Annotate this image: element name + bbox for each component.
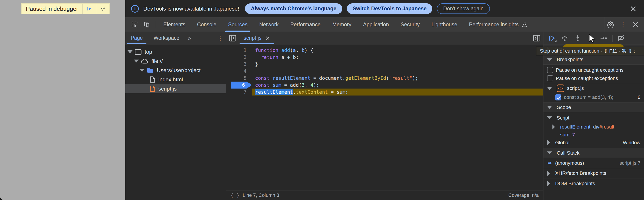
line-number[interactable]: 4 — [226, 68, 252, 75]
dom-breakpoints-section-header[interactable]: DOM Breakpoints — [544, 179, 644, 189]
tree-item-script-js[interactable]: script.js — [125, 84, 226, 93]
tree-item-top[interactable]: top — [125, 47, 226, 56]
scope-global-row[interactable]: Global Window — [544, 138, 644, 148]
navigator-more-button[interactable]: ⋮ — [214, 32, 226, 44]
step-over-button[interactable] — [558, 33, 571, 44]
tab-security[interactable]: Security — [395, 17, 426, 32]
always-match-language-button[interactable]: Always match Chrome's language — [245, 3, 342, 14]
tab-network[interactable]: Network — [253, 17, 284, 32]
resume-button[interactable] — [545, 33, 558, 44]
breakpoint-checkbox[interactable] — [555, 94, 561, 100]
tree-item-file-protocol[interactable]: file:// — [125, 56, 226, 66]
pause-uncaught-checkbox[interactable] — [547, 67, 553, 73]
line-number[interactable]: 7 — [226, 89, 252, 95]
navigator-pane: Page Workspace » ⋮ top file:// — [125, 32, 226, 200]
code-line-7[interactable]: 7resultElement.textContent = sum; — [226, 89, 543, 95]
devtools-window: i DevTools is now available in Japanese!… — [125, 0, 644, 200]
line-number[interactable]: 2 — [226, 54, 252, 61]
inspect-element-button[interactable] — [128, 17, 140, 32]
pause-uncaught-exceptions-row[interactable]: Pause on uncaught exceptions — [544, 66, 644, 74]
scope-result-element-row[interactable]: resultElement: div#result — [544, 123, 644, 131]
xhr-breakpoints-section-header[interactable]: XHR/fetch Breakpoints — [544, 168, 644, 179]
file-tree: top file:// Users/user/project — [125, 44, 226, 93]
line-content: resultElement.textContent = sum; — [252, 89, 348, 95]
scope-section-header[interactable]: Scope — [544, 102, 644, 112]
scope-sum-row[interactable]: sum: 7 — [544, 131, 644, 138]
mouse-cursor — [588, 34, 596, 44]
resume-script-button[interactable] — [82, 3, 96, 14]
switch-to-japanese-button[interactable]: Switch DevTools to Japanese — [347, 3, 432, 14]
breakpoint-badge[interactable]: 6 — [226, 82, 252, 89]
inspected-page: Paused in debugger — [0, 0, 125, 200]
paused-in-debugger-banner: Paused in debugger — [21, 3, 110, 14]
coverage-status: Coverage: n/a — [508, 193, 539, 198]
more-tabs-button[interactable]: » — [185, 32, 194, 44]
infobar-close-button[interactable] — [628, 4, 638, 14]
scope-script-group[interactable]: Script — [544, 113, 644, 123]
code-line-4[interactable]: 4 — [226, 68, 543, 75]
tab-sources[interactable]: Sources — [222, 17, 253, 32]
pause-caught-exceptions-row[interactable]: Pause on caught exceptions — [544, 74, 644, 83]
hide-debugger-sidebar-button[interactable] — [530, 32, 543, 44]
navigator-tab-workspace[interactable]: Workspace — [148, 32, 185, 44]
tree-item-project-folder[interactable]: Users/user/project — [125, 66, 226, 75]
line-content: const sum = add(3, 4); — [252, 82, 319, 89]
pause-caught-checkbox[interactable] — [547, 75, 553, 81]
toggle-device-toolbar-button[interactable] — [140, 17, 153, 32]
settings-button[interactable] — [604, 21, 616, 28]
resume-icon — [87, 5, 92, 12]
tabbar-divider — [155, 21, 155, 28]
tab-application[interactable]: Application — [357, 17, 395, 32]
gear-icon — [607, 21, 614, 28]
tab-console[interactable]: Console — [191, 17, 222, 32]
expanded-arrow-icon — [547, 87, 552, 90]
code-editor[interactable]: 1function add(a, b) {2 return a + b;3}45… — [226, 44, 543, 191]
frame-name: (anonymous) — [555, 160, 584, 166]
breakpoint-file-group[interactable]: <> script.js — [544, 83, 644, 93]
dont-show-again-button[interactable]: Don't show again — [437, 3, 490, 14]
step-into-icon — [574, 34, 582, 42]
code-line-1[interactable]: 1function add(a, b) { — [226, 47, 543, 54]
experiment-flask-icon — [522, 21, 528, 28]
breakpoint-code: const sum = add(3, 4); — [564, 94, 614, 100]
global-value: Window — [623, 140, 640, 146]
line-number[interactable]: 3 — [226, 61, 252, 68]
line-content: function add(a, b) { — [252, 47, 313, 54]
tab-performance[interactable]: Performance — [284, 17, 326, 32]
code-line-6[interactable]: 6const sum = add(3, 4); — [226, 82, 543, 89]
step-button[interactable] — [598, 33, 610, 44]
expand-arrow-icon[interactable] — [134, 59, 139, 62]
pretty-print-icon[interactable]: { } — [230, 193, 240, 198]
tab-performance-insights[interactable]: Performance insights — [463, 17, 534, 32]
breakpoints-section-header[interactable]: Breakpoints — [544, 55, 644, 65]
devtools-close-button[interactable] — [630, 21, 642, 28]
editor-tab-script-js[interactable]: script.js — [239, 32, 275, 44]
call-stack-section-header[interactable]: Call Stack — [544, 148, 644, 158]
step-over-next-button[interactable] — [96, 3, 109, 14]
more-options-button[interactable]: ⋮ — [618, 21, 629, 28]
expand-arrow-icon[interactable] — [140, 69, 145, 72]
collapsed-arrow-icon — [547, 170, 550, 176]
debugger-sidebar: Watch Breakpoints Pause on uncaught exce… — [543, 32, 644, 200]
line-number[interactable]: 5 — [226, 75, 252, 82]
tabbar-spacer — [534, 17, 602, 32]
tree-item-index-html[interactable]: index.html — [125, 75, 226, 84]
code-line-2[interactable]: 2 return a + b; — [226, 54, 543, 61]
expanded-arrow-icon — [547, 58, 552, 61]
tab-elements[interactable]: Elements — [158, 17, 191, 32]
tab-memory[interactable]: Memory — [326, 17, 357, 32]
line-number[interactable]: 1 — [226, 47, 252, 54]
code-line-3[interactable]: 3} — [226, 61, 543, 68]
code-line-5[interactable]: 5const resultElement = document.getEleme… — [226, 75, 543, 82]
expand-arrow-icon[interactable] — [128, 50, 132, 53]
navigator-tab-page[interactable]: Page — [125, 32, 148, 44]
close-tab-button[interactable] — [265, 36, 270, 41]
expanded-arrow-icon — [547, 152, 552, 154]
deactivate-breakpoints-button[interactable] — [615, 33, 627, 44]
tab-lighthouse[interactable]: Lighthouse — [426, 17, 463, 32]
step-into-button[interactable] — [571, 33, 584, 44]
devtools-tabbar: Elements Console Sources Network Perform… — [125, 17, 644, 32]
hide-navigator-button[interactable] — [226, 32, 239, 44]
breakpoint-entry[interactable]: const sum = add(3, 4); 6 — [544, 93, 644, 102]
call-stack-frame[interactable]: (anonymous) script.js:7 — [544, 158, 644, 168]
